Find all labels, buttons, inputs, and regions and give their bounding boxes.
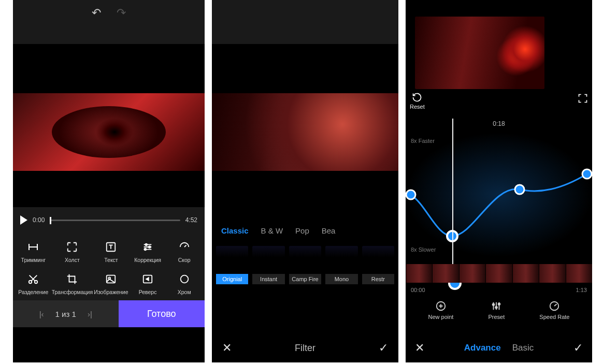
svg-point-3	[145, 249, 147, 251]
reset-button[interactable]: Reset	[410, 92, 425, 110]
speed-curve-area[interactable]: 0:18 8x Faster 8x Slower	[406, 117, 592, 262]
confirm-icon[interactable]: ✓	[379, 341, 388, 355]
sliders-icon	[141, 240, 154, 254]
panel-title: Filter	[295, 343, 315, 354]
panel-editor: ↶ ↷ 0:00 4:52 Тримминг	[13, 0, 205, 362]
filter-thumbs: Orignial Instant Camp Fire Mono Restr	[212, 246, 398, 284]
bottom-nav: |‹ 1 из 1 ›| Готово	[13, 300, 205, 327]
canvas-icon	[65, 240, 79, 254]
filter-thumb[interactable]: Mono	[325, 246, 357, 284]
tool-grid: Тримминг Холст Текст Коррекция	[13, 233, 205, 300]
filter-thumb-label: Restr	[362, 274, 394, 284]
tool-text[interactable]: Текст	[93, 240, 130, 263]
time-range: 00:00 1:13	[406, 287, 592, 293]
tool-new-point[interactable]: New point	[428, 300, 454, 320]
sliders-vertical-icon	[491, 300, 502, 312]
play-icon[interactable]	[20, 215, 27, 225]
tab-basic[interactable]: Basic	[512, 343, 534, 353]
svg-point-13	[496, 307, 498, 309]
tool-speed-rate[interactable]: Speed Rate	[539, 300, 569, 320]
svg-point-1	[145, 244, 147, 246]
filter-thumb-img	[216, 246, 248, 274]
filter-thumb-label: Orignial	[216, 274, 248, 284]
preview-image	[52, 106, 166, 158]
preview-video-3	[415, 17, 544, 89]
history-bar: ↶ ↷	[13, 0, 205, 44]
tool-transform[interactable]: Трансформация	[52, 272, 93, 295]
reset-icon	[412, 92, 422, 103]
filter-thumb[interactable]: Instant	[252, 246, 284, 284]
tool-preset[interactable]: Preset	[488, 300, 505, 320]
tab-bw[interactable]: B & W	[261, 226, 283, 235]
trimming-icon	[26, 240, 40, 254]
tool-label: Реверс	[139, 289, 157, 295]
speed-curve-chart[interactable]	[406, 133, 592, 257]
close-icon[interactable]: ✕	[222, 341, 232, 355]
tool-trimming[interactable]: Тримминг	[15, 240, 52, 263]
scrubber-handle[interactable]	[50, 217, 51, 224]
pager-label: 1 из 1	[55, 310, 76, 318]
svg-point-14	[498, 303, 500, 305]
filter-thumb-img	[289, 246, 321, 274]
text-icon	[104, 240, 118, 254]
reverse-icon	[141, 272, 154, 286]
tab-bea[interactable]: Bea	[322, 226, 336, 235]
tool-label: Текст	[104, 257, 118, 263]
timeline-clip	[512, 264, 539, 283]
filter-thumb-img	[252, 246, 284, 274]
panel-speed-curve: Reset 0:18 8x Faster 8x Slower	[406, 0, 592, 362]
tool-label: Коррекция	[134, 257, 161, 263]
timeline-clip	[539, 264, 565, 283]
pager-next-icon[interactable]: ›|	[88, 310, 92, 318]
tool-label: Трансформация	[52, 289, 93, 295]
timeline-strip[interactable]	[406, 264, 592, 283]
scissors-icon	[26, 272, 40, 286]
preview-video-1	[13, 93, 205, 171]
pager: |‹ 1 из 1 ›|	[13, 300, 119, 327]
close-icon[interactable]: ✕	[415, 341, 424, 355]
tool-canvas[interactable]: Холст	[52, 240, 93, 263]
time-end: 1:13	[576, 287, 587, 293]
plus-circle-icon	[435, 300, 447, 312]
tool-reverse[interactable]: Реверс	[130, 272, 166, 295]
pager-prev-icon[interactable]: |‹	[39, 310, 44, 318]
filter-category-tabs: Classic B & W Pop Bea	[212, 220, 398, 241]
curve-point[interactable]	[582, 169, 592, 179]
curve-point[interactable]	[515, 185, 524, 194]
confirm-icon[interactable]: ✓	[573, 341, 583, 355]
time-current: 0:00	[33, 216, 45, 224]
panel-filter: Classic B & W Pop Bea Orignial Instant C…	[212, 0, 398, 362]
tool-split[interactable]: Разделение	[15, 272, 52, 295]
filter-thumb-label: Camp Fire	[289, 274, 321, 284]
timeline-clip	[406, 264, 432, 283]
undo-icon[interactable]: ↶	[92, 6, 101, 20]
tool-label: Хром	[178, 289, 191, 295]
playhead[interactable]	[452, 119, 453, 285]
fullscreen-icon[interactable]	[578, 93, 588, 106]
tool-label: Разделение	[18, 289, 48, 295]
done-button[interactable]: Готово	[119, 300, 205, 327]
tab-pop[interactable]: Pop	[295, 226, 309, 235]
tool-label: Холст	[65, 257, 80, 263]
tool-label: New point	[428, 314, 454, 320]
filter-thumb-img	[362, 246, 394, 274]
tool-image[interactable]: Изображение	[93, 272, 130, 295]
preview-video-2	[212, 93, 398, 171]
tool-correction[interactable]: Коррекция	[130, 240, 166, 263]
filter-thumb-label: Instant	[252, 274, 284, 284]
speed-bottom-bar: ✕ Advance Basic ✓	[406, 333, 592, 362]
filter-thumb[interactable]: Restr	[362, 246, 394, 284]
scrubber[interactable]	[50, 220, 180, 221]
filter-thumb[interactable]: Orignial	[216, 246, 248, 284]
playhead-time: 0:18	[493, 120, 505, 127]
curve-point[interactable]	[406, 190, 415, 199]
tool-speed[interactable]: Скор	[166, 240, 203, 263]
filter-thumb[interactable]: Camp Fire	[289, 246, 321, 284]
redo-icon[interactable]: ↷	[117, 6, 126, 20]
tool-chroma[interactable]: Хром	[166, 272, 203, 295]
tool-label: Тримминг	[21, 257, 46, 263]
timeline-clip	[485, 264, 512, 283]
tab-advance[interactable]: Advance	[464, 343, 501, 353]
svg-rect-10	[406, 133, 592, 257]
tab-classic[interactable]: Classic	[221, 226, 249, 235]
